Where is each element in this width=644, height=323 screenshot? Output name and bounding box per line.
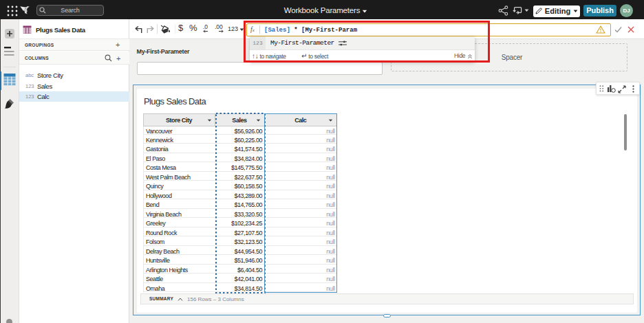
svg-text:.00: .00	[215, 23, 223, 30]
svg-text:.0: .0	[203, 23, 208, 30]
